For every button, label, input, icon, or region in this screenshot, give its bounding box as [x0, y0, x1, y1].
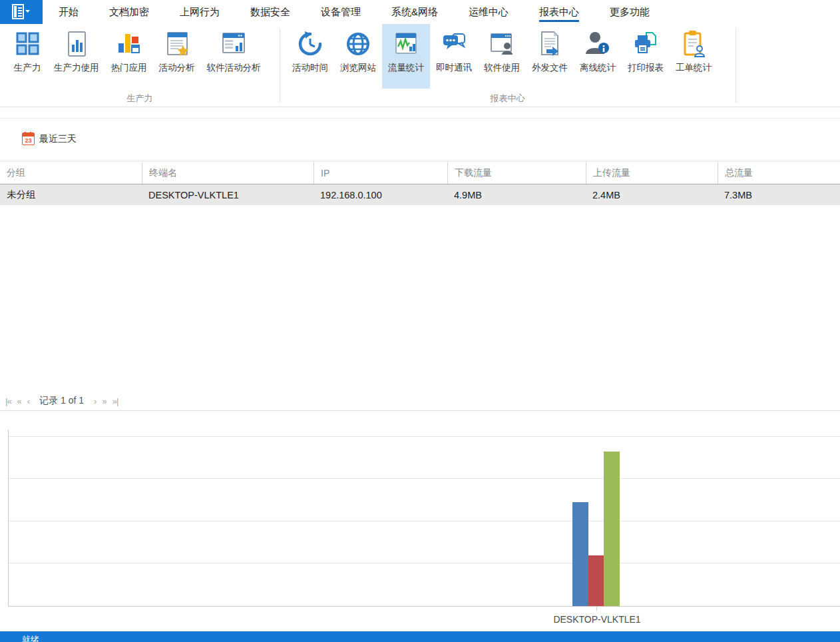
ribbon-item-print-report[interactable]: 打印报表 — [622, 24, 670, 89]
x-axis-category-label: DESKTOP-VLKTLE1 — [530, 614, 664, 625]
status-text: 就绪 — [22, 634, 39, 642]
ribbon-item-label: 热门应用 — [111, 62, 147, 74]
pager-record-text: 记录 1 of 1 — [39, 395, 84, 407]
status-bar: 就绪 — [0, 631, 840, 642]
ribbon-item-productivity-usage[interactable]: 生产力使用 — [48, 24, 105, 89]
menubar: 开始 文档加密 上网行为 数据安全 设备管理 系统&网络 运维中心 报表中心 更… — [0, 0, 840, 24]
ribbon-item-outgoing-files[interactable]: 外发文件 — [526, 24, 574, 89]
app-menu-icon — [11, 4, 31, 20]
traffic-chart: DESKTOP-VLKTLE1 — [0, 413, 840, 629]
calendar-day: 23 — [23, 137, 34, 145]
ribbon-group-separator — [735, 28, 736, 103]
pager-prev-button[interactable]: ‹ — [27, 397, 29, 406]
ribbon-item-software-activity-analysis[interactable]: 软件活动分析 — [201, 24, 267, 89]
pager-fast-prev-button[interactable]: « — [17, 397, 21, 406]
ribbon-item-label: 外发文件 — [532, 62, 568, 74]
download-bar — [572, 502, 588, 606]
column-header-ip[interactable]: IP — [314, 162, 447, 184]
pager-last-button[interactable]: »| — [112, 397, 118, 406]
ribbon-item-label: 流量统计 — [388, 62, 424, 74]
ribbon-item-offline-stats[interactable]: 离线统计 — [574, 24, 622, 89]
colored-bars-icon — [114, 29, 144, 59]
menu-item-start[interactable]: 开始 — [59, 0, 79, 24]
document-arrow-icon — [535, 29, 564, 59]
clipboard-user-icon — [679, 29, 708, 59]
menu-items: 开始 文档加密 上网行为 数据安全 设备管理 系统&网络 运维中心 报表中心 更… — [59, 0, 650, 24]
bar-group — [572, 452, 620, 606]
ribbon-item-hot-apps[interactable]: 热门应用 — [105, 24, 153, 89]
pager-next-button[interactable]: › — [94, 397, 96, 406]
menu-item-device-management[interactable]: 设备管理 — [321, 0, 361, 24]
pager: |« « ‹ 记录 1 of 1 › » »| — [0, 392, 840, 411]
document-star-icon — [162, 29, 192, 59]
cell-ip: 192.168.0.100 — [314, 184, 447, 205]
productivity-grid-icon — [13, 29, 42, 59]
gridline — [9, 478, 840, 479]
ribbon-item-label: 浏览网站 — [340, 62, 376, 74]
window-barchart-icon — [219, 29, 248, 59]
total-bar — [604, 452, 620, 606]
ribbon-item-label: 工单统计 — [676, 62, 712, 74]
calendar-icon: 23 — [22, 133, 35, 145]
gridline — [9, 563, 840, 563]
ribbon-item-label: 软件活动分析 — [207, 62, 261, 74]
globe-icon — [343, 29, 373, 59]
cell-terminal: DESKTOP-VLKTLE1 — [142, 184, 314, 205]
traffic-table: 分组 终端名 IP 下载流量 上传流量 总流量 未分组 DESKTOP-VLKT… — [0, 161, 840, 205]
filter-bar: 23 最近三天 — [0, 118, 840, 160]
pager-first-button[interactable]: |« — [5, 397, 11, 406]
traffic-waveform-icon — [391, 29, 421, 59]
ribbon-item-label: 活动分析 — [159, 62, 195, 74]
table-header: 分组 终端名 IP 下载流量 上传流量 总流量 — [0, 161, 840, 184]
gridline — [9, 521, 840, 521]
menu-item-report-center[interactable]: 报表中心 — [539, 0, 579, 24]
column-header-group[interactable]: 分组 — [0, 162, 142, 184]
ribbon-item-productivity[interactable]: 生产力 — [7, 24, 48, 89]
ribbon-item-label: 生产力使用 — [54, 62, 99, 74]
app-menu-button[interactable] — [0, 0, 43, 24]
ribbon-group-productivity: 生产力 生产力使用 — [0, 24, 280, 107]
gridline — [9, 436, 840, 437]
cell-upload: 2.4MB — [586, 184, 718, 205]
upload-bar — [588, 555, 604, 606]
ribbon-item-label: 活动时间 — [292, 62, 328, 74]
ribbon-group-report-center: 活动时间 浏览网站 — [280, 24, 735, 107]
cell-download: 4.9MB — [447, 184, 586, 205]
ribbon-item-traffic-stats[interactable]: 流量统计 — [382, 24, 430, 89]
column-header-download[interactable]: 下载流量 — [447, 162, 586, 184]
menu-item-ops-center[interactable]: 运维中心 — [469, 0, 509, 24]
pager-fast-next-button[interactable]: » — [102, 397, 106, 406]
ribbon-group-label: 报表中心 — [280, 93, 735, 105]
ribbon-group-label: 生产力 — [0, 93, 280, 105]
menu-item-data-security[interactable]: 数据安全 — [250, 0, 290, 24]
ribbon-item-software-usage[interactable]: 软件使用 — [478, 24, 526, 89]
cell-total: 7.3MB — [718, 184, 840, 205]
printer-icon — [631, 29, 660, 59]
menu-item-more-features[interactable]: 更多功能 — [610, 0, 650, 24]
chart-plot-area — [8, 430, 840, 607]
menu-item-web-behavior[interactable]: 上网行为 — [180, 0, 220, 24]
column-header-upload[interactable]: 上传流量 — [586, 162, 718, 184]
menu-item-system-network[interactable]: 系统&网络 — [391, 0, 438, 24]
document-barchart-icon — [62, 29, 91, 59]
column-header-total[interactable]: 总流量 — [718, 162, 840, 184]
ribbon-item-ticket-stats[interactable]: 工单统计 — [670, 24, 718, 89]
table-row[interactable]: 未分组 DESKTOP-VLKTLE1 192.168.0.100 4.9MB … — [0, 184, 840, 205]
date-range-button[interactable]: 23 最近三天 — [22, 133, 77, 145]
date-range-label: 最近三天 — [39, 133, 77, 145]
app-window: 开始 文档加密 上网行为 数据安全 设备管理 系统&网络 运维中心 报表中心 更… — [0, 0, 840, 642]
ribbon-item-label: 离线统计 — [580, 62, 616, 74]
ribbon-item-label: 打印报表 — [628, 62, 664, 74]
column-header-terminal[interactable]: 终端名 — [142, 162, 314, 184]
window-user-icon — [487, 29, 517, 59]
user-info-icon — [583, 29, 612, 59]
ribbon-item-activity-analysis[interactable]: 活动分析 — [153, 24, 201, 89]
ribbon-item-activity-time[interactable]: 活动时间 — [286, 24, 334, 89]
ribbon-item-label: 软件使用 — [484, 62, 520, 74]
ribbon-item-browse-websites[interactable]: 浏览网站 — [334, 24, 382, 89]
ribbon: 生产力 生产力使用 — [0, 24, 840, 107]
menu-item-doc-encryption[interactable]: 文档加密 — [109, 0, 149, 24]
clock-history-icon — [296, 29, 325, 59]
ribbon-item-label: 生产力 — [14, 62, 41, 74]
ribbon-item-instant-messaging[interactable]: 即时通讯 — [430, 24, 478, 89]
